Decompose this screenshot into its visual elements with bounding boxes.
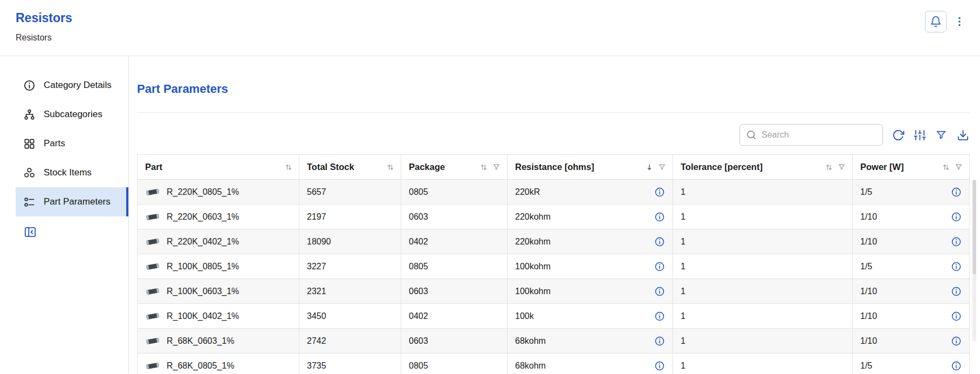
table-scrollbar[interactable]: [972, 180, 976, 342]
part-thumbnail[interactable]: [145, 213, 160, 221]
info-icon[interactable]: [951, 261, 962, 272]
package-cell: 0805: [401, 180, 508, 205]
search-box[interactable]: [739, 124, 883, 146]
column-header-package[interactable]: Package: [401, 155, 508, 180]
info-icon[interactable]: [951, 361, 962, 371]
table-row[interactable]: R_220K_0603_1% 2197 0603 220kohm 1 1/10: [138, 205, 970, 229]
table-row[interactable]: R_68K_0805_1% 3735 0805 68kohm 1 1/5: [138, 353, 970, 374]
part-thumbnail[interactable]: [145, 237, 160, 246]
sidebar-item-category-details[interactable]: Category Details: [16, 71, 128, 100]
sort-icon[interactable]: [825, 164, 833, 171]
package-cell: 0805: [401, 353, 508, 374]
filter-icon[interactable]: [955, 163, 963, 171]
power-cell: 1/10: [853, 329, 970, 353]
part-name[interactable]: R_220K_0402_1%: [167, 237, 239, 247]
table-row[interactable]: R_220K_0402_1% 18090 0402 220kohm 1 1/10: [138, 229, 970, 254]
info-icon[interactable]: [654, 212, 665, 222]
sort-icon[interactable]: [942, 164, 950, 171]
info-icon[interactable]: [654, 286, 665, 297]
sort-icon[interactable]: [285, 164, 292, 171]
info-icon[interactable]: [654, 336, 665, 346]
resistance-cell: 220kohm: [508, 205, 673, 229]
part-thumbnail[interactable]: [145, 312, 160, 320]
total-stock-value: 2742: [307, 336, 326, 346]
column-header-power[interactable]: Power [W]: [853, 155, 970, 180]
power-value: 1/5: [860, 187, 872, 197]
part-thumbnail[interactable]: [145, 287, 160, 295]
column-header-part[interactable]: Part: [138, 155, 299, 180]
filter-icon[interactable]: [838, 163, 846, 171]
info-icon[interactable]: [951, 311, 962, 322]
sort-icon[interactable]: [387, 164, 394, 171]
sidebar-collapse-button[interactable]: [23, 225, 37, 239]
tolerance-value: 1: [681, 262, 686, 271]
resistance-value: 220kohm: [515, 212, 551, 222]
column-header-resistance[interactable]: Resistance [ohms]: [508, 155, 673, 180]
sort-icon[interactable]: [480, 164, 488, 171]
overflow-menu-button[interactable]: [953, 11, 966, 32]
sidebar-item-parts[interactable]: Parts: [16, 129, 128, 158]
tolerance-value: 1: [681, 237, 686, 247]
part-thumbnail[interactable]: [145, 362, 160, 370]
info-icon[interactable]: [951, 212, 962, 222]
sidebar-item-label: Category Details: [44, 80, 112, 91]
header-left: Resistors Resistors: [16, 11, 72, 56]
part-name[interactable]: R_220K_0603_1%: [167, 212, 239, 222]
bell-icon: [930, 16, 942, 28]
refresh-button[interactable]: [892, 128, 904, 141]
part-name[interactable]: R_100K_0402_1%: [167, 311, 239, 321]
resistance-value: 220kohm: [515, 237, 551, 247]
table-header-row: Part Total Stock: [138, 155, 970, 180]
part-name[interactable]: R_220K_0805_1%: [167, 187, 239, 197]
power-cell: 1/10: [853, 304, 970, 329]
info-icon[interactable]: [654, 311, 665, 322]
part-name[interactable]: R_68K_0805_1%: [167, 361, 234, 371]
info-icon[interactable]: [654, 361, 665, 371]
table-body: R_220K_0805_1% 5657 0805 220kR 1 1/5: [138, 180, 970, 374]
table-row[interactable]: R_100K_0603_1% 2321 0603 100kohm 1 1/10: [138, 279, 970, 304]
notifications-button[interactable]: [925, 11, 947, 32]
part-thumbnail[interactable]: [145, 337, 160, 345]
part-thumbnail[interactable]: [145, 188, 160, 196]
sidebar-item-part-parameters[interactable]: Part Parameters: [16, 187, 128, 216]
total-stock-cell: 2321: [299, 279, 401, 304]
sidebar-item-label: Subcategories: [44, 109, 102, 120]
filter-icon[interactable]: [492, 163, 501, 171]
breadcrumb[interactable]: Resistors: [16, 33, 52, 43]
filter-button[interactable]: [935, 128, 948, 141]
package-value: 0603: [409, 336, 428, 346]
export-button[interactable]: [956, 128, 969, 141]
sidebar-item-stock-items[interactable]: Stock Items: [16, 158, 128, 187]
part-thumbnail[interactable]: [145, 262, 160, 270]
info-icon[interactable]: [654, 187, 665, 198]
search-input[interactable]: [762, 130, 876, 140]
sidebar: Category Details Subcategories Parts: [0, 56, 128, 373]
power-value: 1/10: [860, 336, 877, 346]
info-icon[interactable]: [951, 187, 962, 198]
column-header-total-stock[interactable]: Total Stock: [299, 155, 401, 180]
part-name[interactable]: R_100K_0805_1%: [167, 262, 239, 271]
info-icon[interactable]: [654, 261, 665, 272]
header-actions: [925, 11, 966, 56]
info-icon[interactable]: [951, 236, 962, 247]
table-row[interactable]: R_220K_0805_1% 5657 0805 220kR 1 1/5: [138, 180, 970, 205]
tolerance-value: 1: [681, 336, 686, 346]
table-row[interactable]: R_68K_0603_1% 2742 0603 68kohm 1 1/10: [138, 329, 970, 353]
info-icon[interactable]: [654, 236, 665, 247]
list-icon: [23, 196, 36, 208]
table-wrap: Part Total Stock: [137, 154, 969, 374]
part-cell: R_220K_0603_1%: [138, 205, 299, 229]
sort-descending-icon[interactable]: [646, 164, 653, 171]
filter-icon[interactable]: [658, 163, 666, 171]
power-value: 1/10: [860, 287, 877, 296]
part-name[interactable]: R_68K_0603_1%: [167, 336, 234, 346]
column-header-tolerance[interactable]: Tolerance [percent]: [673, 155, 853, 180]
info-icon[interactable]: [951, 286, 962, 297]
sidebar-item-subcategories[interactable]: Subcategories: [16, 100, 128, 129]
info-icon[interactable]: [951, 336, 962, 346]
column-settings-button[interactable]: [913, 128, 926, 141]
part-name[interactable]: R_100K_0603_1%: [167, 287, 239, 296]
table-row[interactable]: R_100K_0805_1% 3227 0805 100kohm 1 1/5: [138, 254, 970, 279]
scrollbar-thumb[interactable]: [972, 180, 976, 274]
table-row[interactable]: R_100K_0402_1% 3450 0402 100k 1 1/10: [138, 304, 970, 329]
